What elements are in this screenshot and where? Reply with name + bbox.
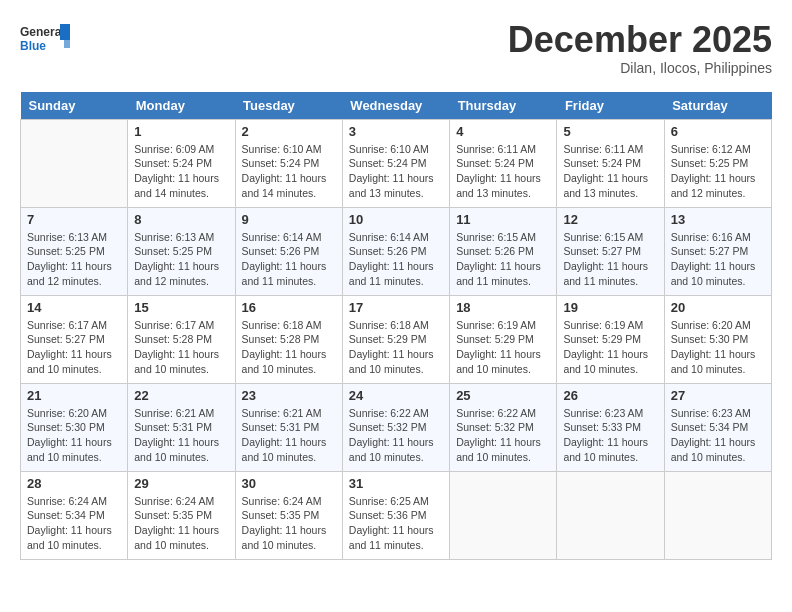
location-subtitle: Dilan, Ilocos, Philippines (508, 60, 772, 76)
col-header-monday: Monday (128, 92, 235, 120)
calendar-cell: 31Sunrise: 6:25 AMSunset: 5:36 PMDayligh… (342, 471, 449, 559)
day-info: Sunrise: 6:20 AMSunset: 5:30 PMDaylight:… (27, 406, 121, 465)
calendar-cell: 13Sunrise: 6:16 AMSunset: 5:27 PMDayligh… (664, 207, 771, 295)
day-info: Sunrise: 6:12 AMSunset: 5:25 PMDaylight:… (671, 142, 765, 201)
svg-marker-2 (60, 24, 70, 40)
day-number: 6 (671, 124, 765, 139)
day-number: 8 (134, 212, 228, 227)
logo: General Blue (20, 20, 70, 64)
day-number: 7 (27, 212, 121, 227)
calendar-cell: 20Sunrise: 6:20 AMSunset: 5:30 PMDayligh… (664, 295, 771, 383)
day-number: 29 (134, 476, 228, 491)
calendar-week-1: 1Sunrise: 6:09 AMSunset: 5:24 PMDaylight… (21, 119, 772, 207)
calendar-week-4: 21Sunrise: 6:20 AMSunset: 5:30 PMDayligh… (21, 383, 772, 471)
day-number: 18 (456, 300, 550, 315)
day-info: Sunrise: 6:15 AMSunset: 5:27 PMDaylight:… (563, 230, 657, 289)
calendar-cell (664, 471, 771, 559)
day-info: Sunrise: 6:21 AMSunset: 5:31 PMDaylight:… (242, 406, 336, 465)
days-header-row: SundayMondayTuesdayWednesdayThursdayFrid… (21, 92, 772, 120)
day-info: Sunrise: 6:11 AMSunset: 5:24 PMDaylight:… (456, 142, 550, 201)
day-info: Sunrise: 6:18 AMSunset: 5:28 PMDaylight:… (242, 318, 336, 377)
day-number: 3 (349, 124, 443, 139)
calendar-cell: 12Sunrise: 6:15 AMSunset: 5:27 PMDayligh… (557, 207, 664, 295)
logo-svg: General Blue (20, 20, 70, 64)
calendar-cell: 3Sunrise: 6:10 AMSunset: 5:24 PMDaylight… (342, 119, 449, 207)
svg-text:General: General (20, 25, 65, 39)
page-header: General Blue December 2025 Dilan, Ilocos… (20, 20, 772, 76)
col-header-friday: Friday (557, 92, 664, 120)
day-info: Sunrise: 6:24 AMSunset: 5:35 PMDaylight:… (242, 494, 336, 553)
day-number: 25 (456, 388, 550, 403)
title-block: December 2025 Dilan, Ilocos, Philippines (508, 20, 772, 76)
day-number: 13 (671, 212, 765, 227)
day-number: 26 (563, 388, 657, 403)
day-number: 1 (134, 124, 228, 139)
day-info: Sunrise: 6:13 AMSunset: 5:25 PMDaylight:… (27, 230, 121, 289)
day-number: 12 (563, 212, 657, 227)
calendar-cell (21, 119, 128, 207)
day-number: 15 (134, 300, 228, 315)
col-header-tuesday: Tuesday (235, 92, 342, 120)
calendar-cell: 19Sunrise: 6:19 AMSunset: 5:29 PMDayligh… (557, 295, 664, 383)
day-info: Sunrise: 6:24 AMSunset: 5:34 PMDaylight:… (27, 494, 121, 553)
calendar-cell: 28Sunrise: 6:24 AMSunset: 5:34 PMDayligh… (21, 471, 128, 559)
calendar-cell (450, 471, 557, 559)
calendar-cell: 7Sunrise: 6:13 AMSunset: 5:25 PMDaylight… (21, 207, 128, 295)
calendar-table: SundayMondayTuesdayWednesdayThursdayFrid… (20, 92, 772, 560)
col-header-sunday: Sunday (21, 92, 128, 120)
calendar-cell (557, 471, 664, 559)
calendar-cell: 16Sunrise: 6:18 AMSunset: 5:28 PMDayligh… (235, 295, 342, 383)
day-info: Sunrise: 6:10 AMSunset: 5:24 PMDaylight:… (349, 142, 443, 201)
day-number: 4 (456, 124, 550, 139)
calendar-cell: 30Sunrise: 6:24 AMSunset: 5:35 PMDayligh… (235, 471, 342, 559)
svg-marker-3 (64, 40, 70, 48)
day-info: Sunrise: 6:19 AMSunset: 5:29 PMDaylight:… (563, 318, 657, 377)
day-info: Sunrise: 6:13 AMSunset: 5:25 PMDaylight:… (134, 230, 228, 289)
calendar-cell: 29Sunrise: 6:24 AMSunset: 5:35 PMDayligh… (128, 471, 235, 559)
day-number: 22 (134, 388, 228, 403)
day-info: Sunrise: 6:14 AMSunset: 5:26 PMDaylight:… (242, 230, 336, 289)
calendar-cell: 22Sunrise: 6:21 AMSunset: 5:31 PMDayligh… (128, 383, 235, 471)
calendar-cell: 8Sunrise: 6:13 AMSunset: 5:25 PMDaylight… (128, 207, 235, 295)
calendar-week-2: 7Sunrise: 6:13 AMSunset: 5:25 PMDaylight… (21, 207, 772, 295)
calendar-cell: 25Sunrise: 6:22 AMSunset: 5:32 PMDayligh… (450, 383, 557, 471)
month-title: December 2025 (508, 20, 772, 60)
day-info: Sunrise: 6:20 AMSunset: 5:30 PMDaylight:… (671, 318, 765, 377)
day-number: 5 (563, 124, 657, 139)
col-header-saturday: Saturday (664, 92, 771, 120)
day-info: Sunrise: 6:16 AMSunset: 5:27 PMDaylight:… (671, 230, 765, 289)
day-number: 16 (242, 300, 336, 315)
day-info: Sunrise: 6:23 AMSunset: 5:33 PMDaylight:… (563, 406, 657, 465)
calendar-cell: 21Sunrise: 6:20 AMSunset: 5:30 PMDayligh… (21, 383, 128, 471)
day-info: Sunrise: 6:18 AMSunset: 5:29 PMDaylight:… (349, 318, 443, 377)
calendar-cell: 11Sunrise: 6:15 AMSunset: 5:26 PMDayligh… (450, 207, 557, 295)
day-info: Sunrise: 6:09 AMSunset: 5:24 PMDaylight:… (134, 142, 228, 201)
calendar-cell: 1Sunrise: 6:09 AMSunset: 5:24 PMDaylight… (128, 119, 235, 207)
day-info: Sunrise: 6:24 AMSunset: 5:35 PMDaylight:… (134, 494, 228, 553)
day-info: Sunrise: 6:22 AMSunset: 5:32 PMDaylight:… (349, 406, 443, 465)
day-number: 9 (242, 212, 336, 227)
day-info: Sunrise: 6:23 AMSunset: 5:34 PMDaylight:… (671, 406, 765, 465)
day-number: 23 (242, 388, 336, 403)
day-number: 28 (27, 476, 121, 491)
day-number: 21 (27, 388, 121, 403)
calendar-cell: 15Sunrise: 6:17 AMSunset: 5:28 PMDayligh… (128, 295, 235, 383)
calendar-cell: 24Sunrise: 6:22 AMSunset: 5:32 PMDayligh… (342, 383, 449, 471)
calendar-week-5: 28Sunrise: 6:24 AMSunset: 5:34 PMDayligh… (21, 471, 772, 559)
calendar-cell: 27Sunrise: 6:23 AMSunset: 5:34 PMDayligh… (664, 383, 771, 471)
calendar-cell: 2Sunrise: 6:10 AMSunset: 5:24 PMDaylight… (235, 119, 342, 207)
svg-text:Blue: Blue (20, 39, 46, 53)
calendar-cell: 6Sunrise: 6:12 AMSunset: 5:25 PMDaylight… (664, 119, 771, 207)
day-info: Sunrise: 6:19 AMSunset: 5:29 PMDaylight:… (456, 318, 550, 377)
calendar-cell: 18Sunrise: 6:19 AMSunset: 5:29 PMDayligh… (450, 295, 557, 383)
day-number: 14 (27, 300, 121, 315)
calendar-cell: 5Sunrise: 6:11 AMSunset: 5:24 PMDaylight… (557, 119, 664, 207)
day-info: Sunrise: 6:17 AMSunset: 5:27 PMDaylight:… (27, 318, 121, 377)
day-info: Sunrise: 6:21 AMSunset: 5:31 PMDaylight:… (134, 406, 228, 465)
day-number: 17 (349, 300, 443, 315)
day-number: 19 (563, 300, 657, 315)
calendar-cell: 17Sunrise: 6:18 AMSunset: 5:29 PMDayligh… (342, 295, 449, 383)
calendar-cell: 9Sunrise: 6:14 AMSunset: 5:26 PMDaylight… (235, 207, 342, 295)
day-info: Sunrise: 6:25 AMSunset: 5:36 PMDaylight:… (349, 494, 443, 553)
day-number: 11 (456, 212, 550, 227)
